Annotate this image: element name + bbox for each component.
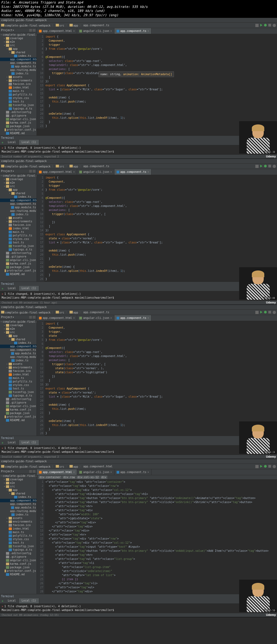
tree-item[interactable]: app-routing.module.t xyxy=(0,68,37,72)
tree-item[interactable]: app.module.ts xyxy=(0,206,37,209)
close-icon[interactable]: × xyxy=(147,316,149,319)
tree-item[interactable]: ▸environments xyxy=(0,220,37,223)
tree-item[interactable]: ▸environments xyxy=(0,366,37,369)
code-content[interactable]: import { Component, trigger} from class=… xyxy=(44,175,277,282)
run-icon[interactable] xyxy=(260,465,262,468)
terminal-tab[interactable]: Local xyxy=(5,286,19,291)
tree-item[interactable]: index.ts xyxy=(0,359,37,362)
terminal-tab[interactable]: Local (1) xyxy=(19,440,39,445)
tree-item[interactable]: package.json xyxy=(0,566,37,569)
tree-item[interactable]: app.component.ts xyxy=(0,348,37,352)
gear-icon[interactable] xyxy=(29,470,32,473)
new-terminal-button[interactable]: + xyxy=(0,440,5,445)
tree-item[interactable]: polyfills.ts xyxy=(0,93,37,96)
close-icon[interactable]: × xyxy=(110,29,112,32)
tree-root[interactable]: ▾complete-guide-final-webpa xyxy=(0,320,37,323)
tree-item[interactable]: index.ts xyxy=(0,341,37,345)
tree-item[interactable]: ▾shared xyxy=(0,338,37,341)
tree-item[interactable]: README.md xyxy=(0,573,37,576)
tree-item[interactable]: angular-cli.json xyxy=(0,404,37,408)
tree-item[interactable]: .gitignore xyxy=(0,555,37,559)
terminal-output[interactable]: ✕1 file changed, 8 insertions(+), 4 dele… xyxy=(0,145,277,154)
code-editor[interactable]: 1234567891011121314151617181920212223242… xyxy=(37,479,277,594)
tree-item[interactable]: karma.conf.js xyxy=(0,262,37,265)
tree-item[interactable]: ▸e2e xyxy=(0,181,37,184)
new-terminal-button[interactable]: + xyxy=(0,598,5,603)
tree-item[interactable]: styles.css xyxy=(0,537,37,541)
tree-item[interactable]: ▸coverage xyxy=(0,478,37,481)
tree-item[interactable]: main.ts xyxy=(0,89,37,93)
tree-item[interactable]: ▾shared xyxy=(0,492,37,495)
terminal-output[interactable]: ✕1 file changed, 8 insertions(+), 4 dele… xyxy=(0,604,277,613)
tree-item[interactable]: index.html xyxy=(0,527,37,530)
stop-icon[interactable] xyxy=(268,165,271,167)
tree-item[interactable]: app.component.ts xyxy=(0,502,37,506)
tree-item[interactable]: typings.d.ts xyxy=(0,107,37,110)
tree-item[interactable]: index.ts xyxy=(0,72,37,75)
tree-item[interactable]: ▾shared xyxy=(0,51,37,54)
close-icon[interactable]: × xyxy=(73,316,75,319)
tree-item[interactable]: main.ts xyxy=(0,530,37,534)
tree-item[interactable]: app-routing.module.t xyxy=(0,209,37,213)
tree-item[interactable]: ▾shared xyxy=(0,191,37,195)
run-icon[interactable] xyxy=(260,24,262,27)
tree-item[interactable]: ▸assets xyxy=(0,516,37,520)
sidebar-header[interactable]: Project ▾ xyxy=(0,315,37,319)
tree-item[interactable]: ▸assets xyxy=(0,362,37,366)
tree-item[interactable]: app-routing.module.t xyxy=(0,355,37,359)
search-icon[interactable] xyxy=(273,311,276,314)
tree-item[interactable]: ▾app xyxy=(0,47,37,51)
tree-item[interactable]: ▸e2e xyxy=(0,481,37,485)
editor-tab[interactable]: angular-cli.json× xyxy=(77,169,114,175)
tree-item[interactable]: tsconfig.json xyxy=(0,390,37,394)
tree-item[interactable]: ▸coverage xyxy=(0,177,37,181)
collapse-icon[interactable] xyxy=(33,316,35,319)
gear-icon[interactable] xyxy=(29,29,32,32)
tree-item[interactable]: favicon.ico xyxy=(0,223,37,227)
new-terminal-button[interactable]: + xyxy=(0,286,5,291)
editor-tab[interactable]: app.component.ts× xyxy=(114,28,151,34)
terminal-output[interactable]: ✕1 file changed, 8 insertions(+), 4 dele… xyxy=(0,291,277,300)
tree-item[interactable]: tsconfig.json xyxy=(0,103,37,107)
tree-item[interactable]: index.ts xyxy=(0,54,37,58)
tree-item[interactable]: tsconfig.json xyxy=(0,244,37,248)
stop-icon[interactable] xyxy=(268,24,271,27)
sidebar-header[interactable]: Project ▾ xyxy=(0,469,37,474)
close-icon[interactable]: × xyxy=(110,471,112,474)
tree-item[interactable]: ▸coverage xyxy=(0,323,37,327)
make-icon[interactable] xyxy=(255,465,259,468)
tree-item[interactable]: index.html xyxy=(0,373,37,376)
tree-item[interactable]: app.component.html xyxy=(0,199,37,202)
debug-icon[interactable] xyxy=(264,465,267,468)
tree-item[interactable]: karma.conf.js xyxy=(0,408,37,411)
editor-tab[interactable]: app.component.html× xyxy=(37,169,77,175)
collapse-icon[interactable] xyxy=(33,29,35,32)
tree-item[interactable]: index.ts xyxy=(0,495,37,499)
tree-item[interactable]: ▾app xyxy=(0,334,37,338)
tree-item[interactable]: karma.conf.js xyxy=(0,121,37,124)
tree-item[interactable]: tsconfig.json xyxy=(0,544,37,548)
tree-item[interactable]: ▾app xyxy=(0,188,37,191)
terminal-output[interactable]: ✕1 file changed, 8 insertions(+), 4 dele… xyxy=(0,445,277,455)
tree-item[interactable]: styles.css xyxy=(0,383,37,387)
sidebar-header[interactable]: Project ▾ xyxy=(0,169,37,173)
tree-item[interactable]: app.component.html xyxy=(0,58,37,61)
close-icon[interactable]: × xyxy=(73,29,75,32)
run-icon[interactable] xyxy=(260,165,262,167)
tree-item[interactable]: index.ts xyxy=(0,513,37,516)
tree-item[interactable]: ▸e2e xyxy=(0,40,37,44)
tree-item[interactable]: app.component.html xyxy=(0,345,37,348)
editor-tab[interactable]: app.component.ts× xyxy=(114,169,151,175)
close-icon[interactable]: × xyxy=(147,170,149,173)
editor-tab[interactable]: app.component.ts× xyxy=(114,315,151,321)
tree-root[interactable]: ▾complete-guide-final-webpa xyxy=(0,474,37,478)
code-editor[interactable]: 1234567891011121314151617181920212223imp… xyxy=(37,34,277,128)
tree-item[interactable]: index.html xyxy=(0,86,37,89)
tree-item[interactable]: ▾src xyxy=(0,184,37,188)
tree-item[interactable]: ▸environments xyxy=(0,520,37,523)
tree-item[interactable]: .editorconfig xyxy=(0,397,37,401)
tree-item[interactable]: ▸assets xyxy=(0,216,37,220)
tree-item[interactable]: index.ts xyxy=(0,195,37,199)
tree-item[interactable]: main.ts xyxy=(0,376,37,380)
code-editor[interactable]: 1234567891011121314151617181920212223242… xyxy=(37,175,277,282)
